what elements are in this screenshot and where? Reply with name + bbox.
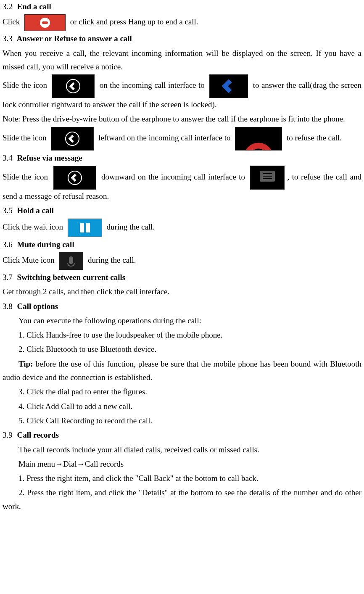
paragraph: When you receive a call, the relevant in…: [3, 47, 361, 74]
incoming-call-icon: [51, 127, 94, 150]
answer-call-instruction: Slide the icon on the incoming call inte…: [3, 74, 361, 111]
heading-number: 3.7: [3, 273, 13, 282]
tip-body: before the use of this function, please …: [3, 359, 361, 382]
text: Click the wait icon: [3, 222, 63, 231]
text: Click Mute icon: [3, 256, 54, 264]
text: leftward on the incoming call interface …: [98, 133, 230, 142]
heading-title: End a call: [17, 2, 51, 11]
document-page: 3.2 End a call Click or click and press …: [0, 0, 364, 523]
heading-title: Mute during call: [17, 240, 74, 249]
message-icon: [250, 166, 285, 190]
heading-number: 3.5: [3, 206, 13, 215]
list-item: 1. Press the right item, and click the "…: [3, 472, 361, 485]
text: on the incoming call interface to: [100, 81, 205, 90]
heading-number: 3.2: [3, 2, 13, 11]
text: Click: [3, 18, 20, 26]
heading-number: 3.3: [3, 34, 13, 43]
end-call-instruction: Click or click and press Hang up to end …: [3, 14, 361, 31]
heading-number: 3.9: [3, 430, 13, 439]
heading-3-2: 3.2 End a call: [3, 0, 361, 13]
note-paragraph: Note: Press the drive-by-wire button of …: [3, 112, 361, 126]
paragraph: You can execute the following operations…: [3, 314, 361, 327]
paragraph: Get through 2 calls, and then click the …: [3, 285, 361, 298]
text: 2. Press the right item, and click the "…: [3, 488, 361, 510]
heading-title: Hold a call: [17, 206, 54, 215]
text: to refuse the call.: [287, 133, 342, 142]
tip-label: Tip:: [18, 359, 33, 368]
heading-title: Call records: [17, 430, 59, 439]
mute-icon: [59, 252, 83, 270]
mute-call-instruction: Click Mute icon during the call.: [3, 252, 361, 270]
list-item: 4. Click Add Call to add a new call.: [3, 400, 361, 413]
hold-call-instruction: Click the wait icon during the call.: [3, 219, 361, 237]
heading-3-4: 3.4 Refuse via message: [3, 151, 361, 165]
refuse-message-instruction: Slide the icon downward on the incoming …: [3, 166, 361, 203]
refuse-call-icon: [235, 127, 282, 150]
end-call-icon: [24, 14, 66, 31]
pause-icon: [68, 219, 102, 237]
incoming-call-icon: [52, 74, 95, 98]
list-item: 1. Click Hands-free to use the loudspeak…: [3, 328, 361, 342]
paragraph: The call records include your all dialed…: [3, 443, 361, 457]
heading-3-5: 3.5 Hold a call: [3, 204, 361, 217]
heading-title: Refuse via message: [17, 153, 82, 162]
answer-call-icon: [209, 74, 248, 98]
heading-3-8: 3.8 Call options: [3, 300, 361, 313]
heading-3-9: 3.9 Call records: [3, 428, 361, 442]
heading-number: 3.8: [3, 302, 13, 311]
heading-title: Call options: [17, 302, 58, 311]
text: during the call.: [88, 256, 136, 264]
heading-3-7: 3.7 Switching between current calls: [3, 271, 361, 284]
text: during the call.: [107, 222, 155, 231]
heading-number: 3.4: [3, 153, 13, 162]
text: Slide the icon: [3, 81, 47, 90]
text: Slide the icon: [3, 172, 48, 181]
list-item: 2. Click Bluetooth to use Bluetooth devi…: [3, 343, 361, 356]
list-item: 3. Click the dial pad to enter the figur…: [3, 385, 361, 399]
incoming-call-icon: [53, 166, 96, 190]
text: downward on the incoming call interface …: [101, 172, 245, 181]
list-item: 2. Press the right item, and click the "…: [3, 486, 361, 513]
tip-paragraph: Tip: before the use of this function, pl…: [3, 357, 361, 385]
heading-title: Switching between current calls: [17, 273, 126, 282]
heading-3-6: 3.6 Mute during call: [3, 238, 361, 251]
heading-number: 3.6: [3, 240, 13, 249]
heading-3-3: 3.3 Answer or Refuse to answer a call: [3, 32, 361, 45]
text: Slide the icon: [3, 133, 46, 142]
list-item: 5. Click Call Recording to record the ca…: [3, 414, 361, 428]
nav-path: Main menu→Dial→Call records: [3, 457, 361, 471]
refuse-call-instruction: Slide the icon leftward on the incoming …: [3, 127, 361, 150]
heading-title: Answer or Refuse to answer a call: [16, 34, 132, 43]
text: or click and press Hang up to end a call…: [70, 18, 198, 26]
